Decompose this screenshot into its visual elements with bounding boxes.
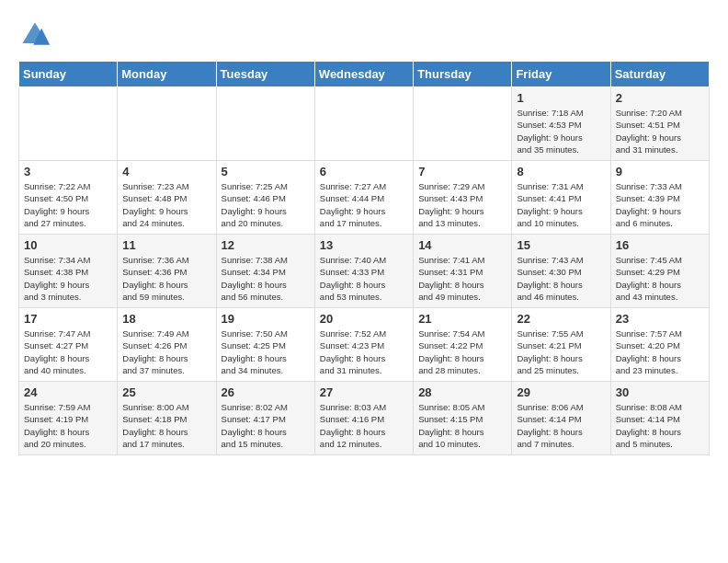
day-info: Sunrise: 7:25 AM Sunset: 4:46 PM Dayligh… bbox=[222, 180, 310, 229]
calendar-cell bbox=[314, 87, 413, 161]
day-info: Sunrise: 7:33 AM Sunset: 4:39 PM Dayligh… bbox=[616, 180, 704, 229]
day-number: 2 bbox=[616, 91, 704, 105]
calendar-cell: 12Sunrise: 7:38 AM Sunset: 4:34 PM Dayli… bbox=[216, 235, 314, 308]
day-number: 17 bbox=[24, 312, 112, 326]
day-info: Sunrise: 7:31 AM Sunset: 4:41 PM Dayligh… bbox=[517, 180, 605, 229]
page: SundayMondayTuesdayWednesdayThursdayFrid… bbox=[0, 0, 728, 474]
day-number: 15 bbox=[517, 238, 605, 252]
calendar-cell: 4Sunrise: 7:23 AM Sunset: 4:48 PM Daylig… bbox=[118, 161, 216, 235]
day-number: 26 bbox=[222, 385, 310, 399]
day-number: 3 bbox=[24, 165, 112, 178]
day-number: 13 bbox=[320, 238, 408, 252]
calendar-cell: 17Sunrise: 7:47 AM Sunset: 4:27 PM Dayli… bbox=[19, 308, 118, 382]
day-number: 19 bbox=[222, 312, 310, 326]
header-row: SundayMondayTuesdayWednesdayThursdayFrid… bbox=[19, 62, 710, 87]
header-day-wednesday: Wednesday bbox=[314, 62, 413, 87]
calendar-cell bbox=[216, 87, 314, 161]
day-number: 28 bbox=[418, 385, 506, 399]
calendar-cell: 10Sunrise: 7:34 AM Sunset: 4:38 PM Dayli… bbox=[19, 235, 118, 308]
calendar-cell: 8Sunrise: 7:31 AM Sunset: 4:41 PM Daylig… bbox=[512, 161, 610, 235]
day-info: Sunrise: 7:20 AM Sunset: 4:51 PM Dayligh… bbox=[616, 107, 704, 155]
week-row-3: 10Sunrise: 7:34 AM Sunset: 4:38 PM Dayli… bbox=[19, 235, 710, 308]
calendar-cell: 24Sunrise: 7:59 AM Sunset: 4:19 PM Dayli… bbox=[19, 382, 118, 455]
calendar-cell: 15Sunrise: 7:43 AM Sunset: 4:30 PM Dayli… bbox=[512, 235, 610, 308]
day-number: 27 bbox=[320, 385, 408, 399]
calendar-cell: 18Sunrise: 7:49 AM Sunset: 4:26 PM Dayli… bbox=[118, 308, 216, 382]
calendar-cell: 27Sunrise: 8:03 AM Sunset: 4:16 PM Dayli… bbox=[314, 382, 413, 455]
week-row-4: 17Sunrise: 7:47 AM Sunset: 4:27 PM Dayli… bbox=[19, 308, 710, 382]
day-number: 16 bbox=[616, 238, 704, 252]
header-day-friday: Friday bbox=[512, 62, 610, 87]
day-number: 6 bbox=[320, 165, 408, 178]
day-number: 10 bbox=[24, 238, 112, 252]
calendar-cell: 14Sunrise: 7:41 AM Sunset: 4:31 PM Dayli… bbox=[414, 235, 512, 308]
day-number: 22 bbox=[517, 312, 605, 326]
day-info: Sunrise: 7:27 AM Sunset: 4:44 PM Dayligh… bbox=[320, 180, 408, 229]
calendar-cell: 13Sunrise: 7:40 AM Sunset: 4:33 PM Dayli… bbox=[314, 235, 413, 308]
day-info: Sunrise: 8:00 AM Sunset: 4:18 PM Dayligh… bbox=[122, 401, 210, 450]
calendar-cell: 6Sunrise: 7:27 AM Sunset: 4:44 PM Daylig… bbox=[314, 161, 413, 235]
day-number: 18 bbox=[122, 312, 210, 326]
calendar-cell: 23Sunrise: 7:57 AM Sunset: 4:20 PM Dayli… bbox=[610, 308, 709, 382]
calendar-cell: 9Sunrise: 7:33 AM Sunset: 4:39 PM Daylig… bbox=[610, 161, 709, 235]
day-number: 21 bbox=[418, 312, 506, 326]
day-info: Sunrise: 7:55 AM Sunset: 4:21 PM Dayligh… bbox=[517, 327, 605, 376]
day-number: 7 bbox=[418, 165, 506, 178]
day-info: Sunrise: 7:38 AM Sunset: 4:34 PM Dayligh… bbox=[222, 254, 310, 303]
day-info: Sunrise: 7:43 AM Sunset: 4:30 PM Dayligh… bbox=[517, 254, 605, 303]
day-number: 5 bbox=[222, 165, 310, 178]
day-number: 12 bbox=[222, 238, 310, 252]
day-info: Sunrise: 7:23 AM Sunset: 4:48 PM Dayligh… bbox=[122, 180, 210, 229]
day-info: Sunrise: 7:52 AM Sunset: 4:23 PM Dayligh… bbox=[320, 327, 408, 376]
week-row-1: 1Sunrise: 7:18 AM Sunset: 4:53 PM Daylig… bbox=[19, 87, 710, 161]
calendar-cell: 3Sunrise: 7:22 AM Sunset: 4:50 PM Daylig… bbox=[19, 161, 118, 235]
day-number: 1 bbox=[517, 91, 605, 105]
day-info: Sunrise: 7:34 AM Sunset: 4:38 PM Dayligh… bbox=[24, 254, 112, 303]
day-info: Sunrise: 7:41 AM Sunset: 4:31 PM Dayligh… bbox=[418, 254, 506, 303]
day-info: Sunrise: 7:50 AM Sunset: 4:25 PM Dayligh… bbox=[222, 327, 310, 376]
calendar-cell: 21Sunrise: 7:54 AM Sunset: 4:22 PM Dayli… bbox=[414, 308, 512, 382]
day-number: 25 bbox=[122, 385, 210, 399]
day-info: Sunrise: 7:47 AM Sunset: 4:27 PM Dayligh… bbox=[24, 327, 112, 376]
calendar-cell: 19Sunrise: 7:50 AM Sunset: 4:25 PM Dayli… bbox=[216, 308, 314, 382]
day-info: Sunrise: 7:36 AM Sunset: 4:36 PM Dayligh… bbox=[122, 254, 210, 303]
day-number: 4 bbox=[122, 165, 210, 178]
day-number: 20 bbox=[320, 312, 408, 326]
logo bbox=[18, 18, 55, 52]
header-day-monday: Monday bbox=[118, 62, 216, 87]
calendar-cell bbox=[414, 87, 512, 161]
day-info: Sunrise: 8:08 AM Sunset: 4:14 PM Dayligh… bbox=[616, 401, 704, 450]
logo-icon bbox=[18, 18, 51, 52]
day-number: 11 bbox=[122, 238, 210, 252]
calendar-cell bbox=[118, 87, 216, 161]
day-info: Sunrise: 7:22 AM Sunset: 4:50 PM Dayligh… bbox=[24, 180, 112, 229]
day-info: Sunrise: 7:29 AM Sunset: 4:43 PM Dayligh… bbox=[418, 180, 506, 229]
day-info: Sunrise: 7:49 AM Sunset: 4:26 PM Dayligh… bbox=[122, 327, 210, 376]
calendar-cell: 28Sunrise: 8:05 AM Sunset: 4:15 PM Dayli… bbox=[414, 382, 512, 455]
day-info: Sunrise: 8:05 AM Sunset: 4:15 PM Dayligh… bbox=[418, 401, 506, 450]
day-info: Sunrise: 7:57 AM Sunset: 4:20 PM Dayligh… bbox=[616, 327, 704, 376]
header-day-thursday: Thursday bbox=[414, 62, 512, 87]
calendar-cell: 16Sunrise: 7:45 AM Sunset: 4:29 PM Dayli… bbox=[610, 235, 709, 308]
day-info: Sunrise: 7:40 AM Sunset: 4:33 PM Dayligh… bbox=[320, 254, 408, 303]
day-number: 9 bbox=[616, 165, 704, 178]
day-number: 23 bbox=[616, 312, 704, 326]
day-info: Sunrise: 8:06 AM Sunset: 4:14 PM Dayligh… bbox=[517, 401, 605, 450]
day-info: Sunrise: 7:18 AM Sunset: 4:53 PM Dayligh… bbox=[517, 107, 605, 155]
calendar-cell: 11Sunrise: 7:36 AM Sunset: 4:36 PM Dayli… bbox=[118, 235, 216, 308]
calendar-cell: 22Sunrise: 7:55 AM Sunset: 4:21 PM Dayli… bbox=[512, 308, 610, 382]
day-number: 24 bbox=[24, 385, 112, 399]
day-info: Sunrise: 8:02 AM Sunset: 4:17 PM Dayligh… bbox=[222, 401, 310, 450]
day-info: Sunrise: 8:03 AM Sunset: 4:16 PM Dayligh… bbox=[320, 401, 408, 450]
calendar-cell: 7Sunrise: 7:29 AM Sunset: 4:43 PM Daylig… bbox=[414, 161, 512, 235]
week-row-2: 3Sunrise: 7:22 AM Sunset: 4:50 PM Daylig… bbox=[19, 161, 710, 235]
calendar-cell: 20Sunrise: 7:52 AM Sunset: 4:23 PM Dayli… bbox=[314, 308, 413, 382]
header-day-saturday: Saturday bbox=[610, 62, 709, 87]
calendar-cell: 2Sunrise: 7:20 AM Sunset: 4:51 PM Daylig… bbox=[610, 87, 709, 161]
day-info: Sunrise: 7:59 AM Sunset: 4:19 PM Dayligh… bbox=[24, 401, 112, 450]
header-day-tuesday: Tuesday bbox=[216, 62, 314, 87]
calendar-cell: 25Sunrise: 8:00 AM Sunset: 4:18 PM Dayli… bbox=[118, 382, 216, 455]
header-day-sunday: Sunday bbox=[19, 62, 118, 87]
calendar-cell: 26Sunrise: 8:02 AM Sunset: 4:17 PM Dayli… bbox=[216, 382, 314, 455]
week-row-5: 24Sunrise: 7:59 AM Sunset: 4:19 PM Dayli… bbox=[19, 382, 710, 455]
